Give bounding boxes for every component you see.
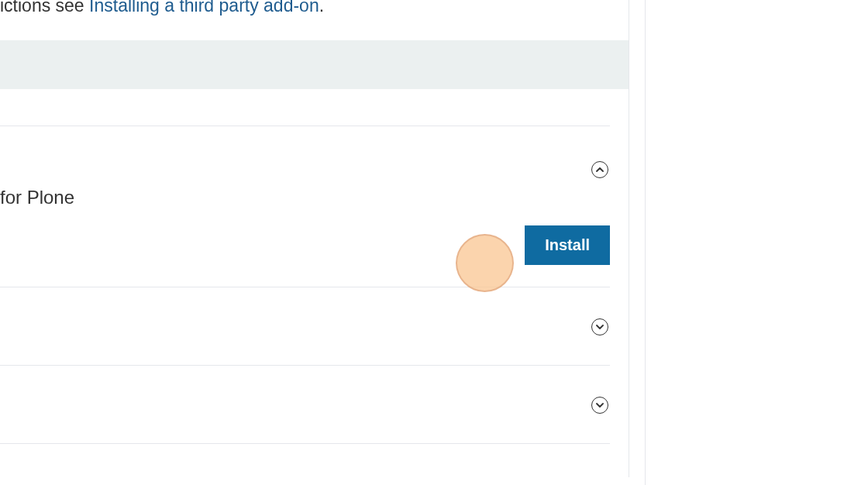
addon-description: for Plone bbox=[0, 187, 610, 208]
install-button[interactable]: Install bbox=[525, 225, 610, 265]
intro-paragraph: ictions see Installing a third party add… bbox=[0, 0, 629, 19]
chevron-up-icon[interactable] bbox=[591, 161, 608, 178]
intro-text-fragment: ictions see bbox=[0, 0, 89, 15]
chevron-down-icon[interactable] bbox=[591, 397, 608, 414]
intro-period: . bbox=[319, 0, 324, 15]
divider bbox=[0, 443, 610, 444]
addon-item-collapsed[interactable] bbox=[0, 287, 610, 365]
section-header-bar bbox=[0, 40, 629, 89]
addon-item-collapsed[interactable] bbox=[0, 366, 610, 443]
chevron-down-icon[interactable] bbox=[591, 318, 608, 335]
addon-list: for Plone Install bbox=[0, 89, 629, 444]
main-content: ictions see Installing a third party add… bbox=[0, 0, 629, 477]
install-addon-link[interactable]: Installing a third party add-on bbox=[89, 0, 319, 15]
right-sidebar-border bbox=[645, 0, 646, 485]
addon-item-expanded: for Plone Install bbox=[0, 126, 610, 287]
